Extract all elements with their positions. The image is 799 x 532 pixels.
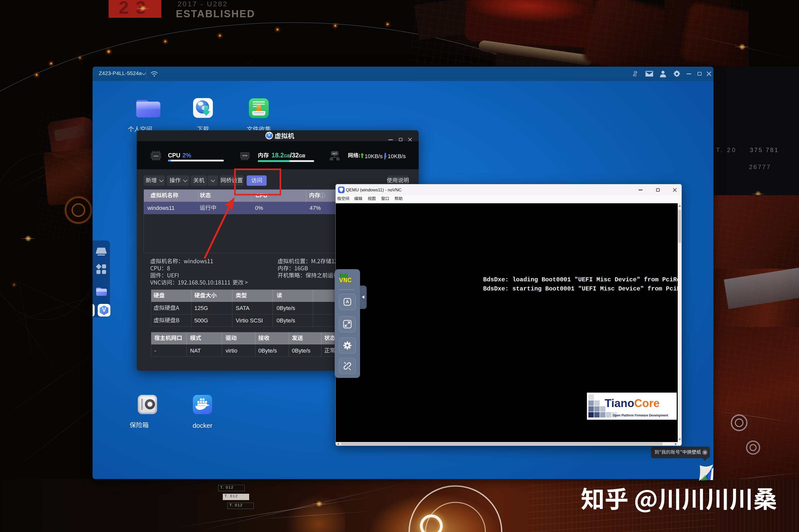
svg-text:NET: NET (332, 152, 337, 155)
svg-text:RAM: RAM (242, 154, 247, 157)
svg-text:CPU: CPU (153, 155, 158, 157)
